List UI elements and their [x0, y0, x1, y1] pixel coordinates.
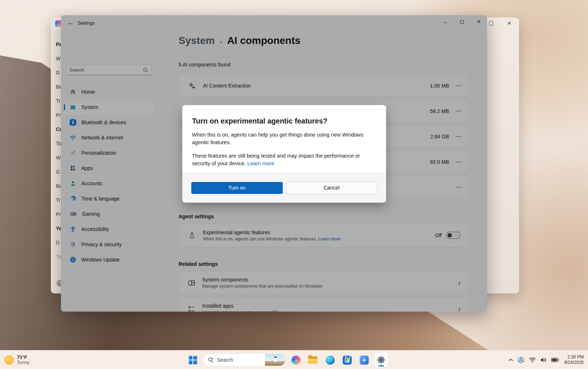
maximize-icon — [489, 21, 493, 25]
taskbar-settings-icon[interactable] — [374, 353, 388, 367]
chevron-up-icon — [508, 358, 513, 362]
search-highlight-image — [265, 354, 285, 366]
taskbar-file-explorer-icon[interactable] — [306, 353, 320, 367]
search-label: Search — [217, 357, 233, 363]
turn-on-button[interactable]: Turn on — [191, 182, 283, 194]
settings-window: ← Settings – × Home System Bluetooth & d… — [61, 15, 487, 312]
taskbar-copilot-icon[interactable] — [289, 353, 303, 367]
clock-widget[interactable]: 2:30 PM 9/24/2025 — [564, 354, 584, 365]
wifi-icon — [529, 357, 536, 363]
dialog-footer: Turn on Cancel — [183, 173, 386, 202]
hexagon-agent-icon — [517, 356, 525, 364]
taskbar-search[interactable]: Search — [203, 354, 286, 366]
copilot-icon — [291, 356, 301, 365]
clock-date: 9/24/2025 — [564, 360, 584, 365]
taskbar-ai-app-icon[interactable] — [357, 353, 371, 367]
agentic-features-dialog: Turn on experimental agentic features? W… — [182, 105, 386, 203]
tray-agent-icon[interactable] — [517, 356, 525, 364]
cancel-button[interactable]: Cancel — [286, 182, 377, 194]
store-icon — [343, 356, 352, 365]
sparkle-icon — [360, 356, 369, 365]
dialog-title: Turn on experimental agentic features? — [192, 117, 376, 125]
close-button[interactable]: × — [507, 21, 512, 26]
dialog-body-2: These features are still being tested an… — [192, 153, 360, 166]
weather-temp: 71°F — [17, 354, 29, 360]
windows-logo-icon — [189, 356, 197, 364]
clock-time: 2:30 PM — [564, 354, 584, 360]
battery-icon — [551, 358, 559, 362]
taskbar-store-icon[interactable] — [340, 353, 354, 367]
folder-icon — [308, 356, 318, 364]
start-button[interactable] — [186, 353, 200, 367]
taskbar-edge-icon[interactable] — [323, 353, 337, 367]
tray-wifi-icon[interactable] — [529, 357, 536, 363]
tray-volume-icon[interactable] — [540, 357, 547, 363]
tray-chevron-up[interactable] — [508, 358, 513, 362]
close-icon: × — [507, 20, 511, 27]
dialog-body-1: When this is on, agents can help you get… — [192, 131, 376, 146]
search-sparkle-icon — [208, 357, 214, 363]
maximize-button[interactable] — [489, 21, 494, 26]
taskbar: 71°F Sunny Search — [0, 350, 588, 369]
edge-icon — [326, 356, 335, 365]
speaker-icon — [540, 357, 547, 363]
gear-icon — [376, 355, 386, 365]
tray-battery-icon[interactable] — [551, 358, 559, 362]
weather-widget[interactable]: 71°F Sunny — [4, 350, 29, 369]
weather-condition: Sunny — [17, 360, 29, 365]
learn-more-link[interactable]: Learn more — [247, 161, 274, 166]
sun-icon — [4, 355, 14, 365]
